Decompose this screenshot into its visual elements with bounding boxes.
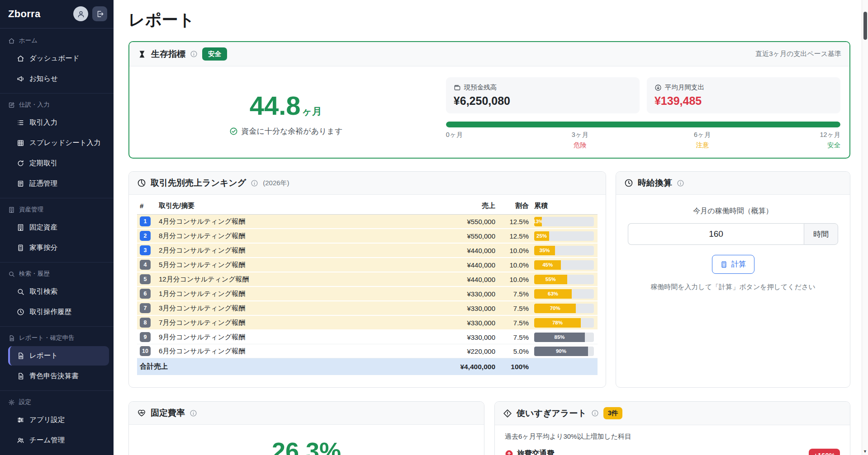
gear-icon — [8, 399, 15, 406]
working-hours-input[interactable] — [628, 223, 804, 245]
sales-cell: ¥440,000 — [443, 258, 498, 272]
logout-button[interactable] — [92, 6, 107, 21]
survival-card-title: 生存指標 — [151, 48, 185, 60]
sidebar-item[interactable]: 取引入力 — [8, 113, 109, 132]
sidebar-nav: ホームダッシュボードお知らせ仕訳・入力取引入力スプレッドシート入力定期取引証憑管… — [0, 28, 114, 455]
sidebar-section: ホームダッシュボードお知らせ — [0, 29, 114, 94]
scrollbar-thumb[interactable] — [863, 12, 867, 40]
cumulative-bar-fill: 35% — [534, 246, 555, 255]
cumulative-bar-fill: 45% — [534, 260, 561, 270]
sidebar-section: レポート・確定申告レポート青色申告決算書 — [0, 327, 114, 391]
share-cell: 5.0% — [498, 344, 531, 358]
sidebar-item-label: 取引入力 — [29, 118, 57, 127]
sidebar-item[interactable]: チーム管理 — [8, 431, 109, 450]
megaphone-icon — [17, 75, 24, 83]
table-row: 87月分コンサルティング報酬¥330,0007.5%78% — [137, 315, 598, 330]
clock-icon — [17, 308, 24, 316]
cumulative-bar-track: 35% — [534, 246, 594, 255]
scrollbar-down-arrow[interactable]: ▼ — [862, 449, 868, 454]
client-cell: 6月分コンサルティング報酬 — [156, 344, 443, 358]
hourly-card-header: 時給換算 — [616, 172, 850, 195]
cumulative-bar-track: 45% — [534, 260, 594, 270]
sidebar-item-label: 固定資産 — [29, 223, 57, 232]
sidebar-item[interactable]: お知らせ — [8, 69, 109, 89]
scrollbar[interactable]: ▼ — [862, 0, 868, 455]
table-row: 28月分コンサルティング報酬¥550,00012.5%25% — [137, 229, 598, 243]
sidebar-section: 資産管理固定資産家事按分 — [0, 198, 114, 263]
sidebar-item[interactable]: 取引操作履歴 — [8, 302, 109, 322]
clock-icon — [624, 178, 633, 188]
sidebar-item[interactable]: アプリ設定 — [8, 410, 109, 430]
col-rank: # — [137, 197, 156, 215]
sidebar-item[interactable]: レポート — [8, 346, 109, 366]
logout-icon — [96, 10, 104, 18]
client-cell: 12月分コンサルティング報酬 — [156, 272, 443, 286]
user-button[interactable] — [73, 6, 88, 21]
sidebar-item[interactable]: ダッシュボード — [8, 49, 109, 68]
info-icon[interactable] — [251, 179, 258, 187]
cumulative-bar-track: 70% — [534, 304, 594, 313]
share-cell: 10.0% — [498, 243, 531, 258]
alert-item: 旅費交通費平均 ¥513 → 今月 ¥1,331+160% — [505, 449, 840, 455]
sidebar-item-label: 青色申告決算書 — [29, 371, 79, 381]
sidebar-item-label: レポート — [29, 351, 58, 361]
client-cell: 1月分コンサルティング報酬 — [156, 286, 443, 301]
info-icon[interactable] — [591, 409, 599, 417]
sidebar-section-header: 資産管理 — [0, 201, 114, 217]
stat-value: ¥139,485 — [655, 94, 833, 108]
sales-cell: ¥330,000 — [443, 286, 498, 301]
sidebar-item[interactable]: スプレッドシート入力 — [8, 133, 109, 153]
list-icon — [17, 119, 24, 127]
refresh-icon — [17, 159, 24, 167]
client-cell: 8月分コンサルティング報酬 — [156, 229, 443, 243]
calculate-button[interactable]: 計算 — [712, 255, 754, 274]
total-share: 100% — [498, 358, 531, 375]
arrow-down-circle-icon — [655, 84, 662, 91]
report-icon — [8, 335, 15, 342]
sidebar-item[interactable]: 家事按分 — [8, 238, 109, 258]
hourly-rate-card: 時給換算 今月の稼働時間（概算） 時間 計算 稼働時間を入力して「計算」ボタンを… — [616, 171, 850, 388]
table-row: 512月分コンサルティング報酬¥440,00010.0%55% — [137, 272, 598, 286]
rank-badge: 9 — [140, 332, 151, 342]
overspend-card-title: 使いすぎアラート — [517, 408, 587, 419]
table-row: 45月分コンサルティング報酬¥440,00010.0%45% — [137, 258, 598, 272]
table-row: 99月分コンサルティング報酬¥330,0007.5%85% — [137, 330, 598, 344]
sidebar-item[interactable]: 青色申告決算書 — [8, 366, 109, 386]
survival-indicator-card: 生存指標 安全 直近3ヶ月の支出ペース基準 44.8ヶ月 資金に十分な余裕があり… — [128, 41, 850, 159]
sidebar-item-label: 証憑管理 — [29, 179, 57, 188]
client-cell: 2月分コンサルティング報酬 — [156, 243, 443, 258]
sales-cell: ¥220,000 — [443, 344, 498, 358]
sidebar-item[interactable]: 証憑管理 — [8, 174, 109, 193]
survival-months-value: 44.8ヶ月 — [250, 93, 322, 119]
sales-ranking-card: 取引先別売上ランキング (2026年) # 取引先/摘要 売上 割合 累積 — [128, 171, 606, 388]
sidebar-section: 仕訳・入力取引入力スプレッドシート入力定期取引証憑管理 — [0, 94, 114, 198]
sales-cell: ¥330,000 — [443, 330, 498, 344]
scale-tick: 3ヶ月危険 — [572, 131, 588, 150]
client-cell: 4月分コンサルティング報酬 — [156, 215, 443, 229]
sidebar-item[interactable]: 固定資産 — [8, 218, 109, 237]
sales-cell: ¥330,000 — [443, 301, 498, 315]
scale-tick: 12ヶ月安全 — [820, 131, 840, 150]
sidebar-item[interactable]: 定期取引 — [8, 154, 109, 173]
ranking-table-body: 14月分コンサルティング報酬¥550,00012.5%13%28月分コンサルティ… — [137, 215, 598, 358]
working-hours-label: 今月の稼働時間（概算） — [693, 206, 773, 216]
scale-tick: 0ヶ月 — [446, 131, 463, 139]
sidebar-section-header: 検索・履歴 — [0, 265, 114, 281]
sidebar-item[interactable]: 取引検索 — [8, 282, 109, 301]
sidebar-section-header: 設定 — [0, 394, 114, 409]
table-row: 106月分コンサルティング報酬¥220,0005.0%90% — [137, 344, 598, 358]
rank-badge: 3 — [140, 245, 151, 255]
info-icon[interactable] — [677, 179, 684, 187]
alert-change-badge: +160% — [809, 449, 840, 455]
ranking-card-title: 取引先別売上ランキング — [151, 177, 246, 189]
col-sales: 売上 — [443, 197, 498, 215]
ranking-header-row: # 取引先/摘要 売上 割合 累積 — [137, 197, 598, 215]
sidebar-item-label: スプレッドシート入力 — [29, 138, 101, 148]
hourglass-icon — [138, 50, 147, 59]
table-row: 32月分コンサルティング報酬¥440,00010.0%35% — [137, 243, 598, 258]
rank-badge: 4 — [140, 260, 151, 270]
info-icon[interactable] — [190, 409, 197, 417]
info-icon[interactable] — [190, 50, 198, 58]
sales-cell: ¥440,000 — [443, 243, 498, 258]
sidebar-section-label: 設定 — [19, 398, 31, 406]
